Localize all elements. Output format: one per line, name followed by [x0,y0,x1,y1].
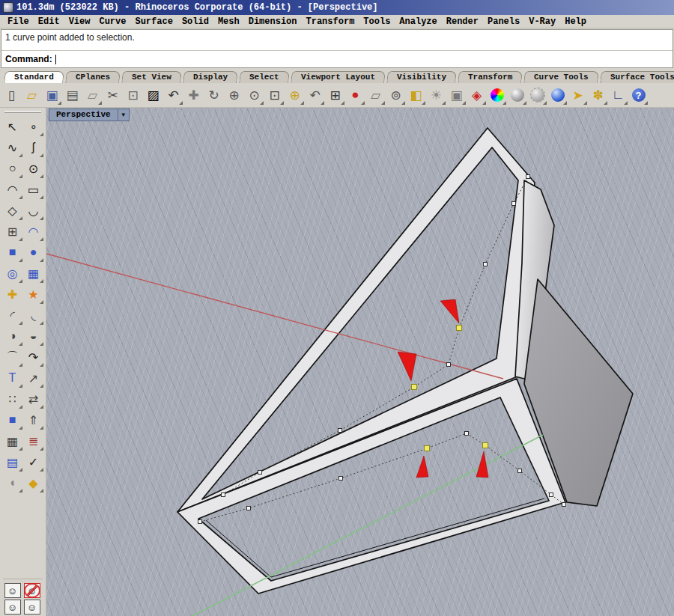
cplane-icon[interactable]: ▱ [365,85,386,106]
text-tool[interactable]: T [2,368,23,388]
menu-help[interactable]: Help [560,16,591,27]
menu-vray[interactable]: V-Ray [524,16,560,27]
chamfer-tool[interactable]: ◟ [23,305,44,326]
undo-view-icon[interactable]: ↶ [305,85,325,106]
circle-tool[interactable]: ○ [2,158,23,179]
menu-transform[interactable]: Transform [302,16,359,27]
rectangle-tool[interactable]: ▭ [23,179,44,200]
tab-curve-tools[interactable]: Curve Tools [523,71,598,83]
check-tool[interactable]: ✓ [23,451,44,472]
zoom-dynamic-icon[interactable]: ⊙ [244,85,264,106]
cut-icon[interactable]: ✂ [103,85,123,106]
menu-panels[interactable]: Panels [483,16,524,27]
conic-curve-tool[interactable]: ◡ [23,200,44,221]
paste-icon[interactable]: ▨ [143,85,163,106]
curved-surface-tool[interactable]: ◠ [23,221,44,242]
menu-curve[interactable]: Curve [94,16,130,27]
open-file-icon[interactable]: ▱ [22,85,42,106]
curve-blend-tool[interactable]: ↷ [23,347,44,368]
menu-mesh[interactable]: Mesh [213,16,244,27]
lamp-icon[interactable]: ☀ [426,85,446,106]
join-tool[interactable]: ✚ [2,284,23,305]
tab-visibility[interactable]: Visibility [386,71,457,83]
menu-view[interactable]: View [64,16,95,27]
tab-transform[interactable]: Transform [458,71,523,83]
ellipse-tool[interactable]: ⊙ [23,158,44,179]
people-panel-icon[interactable]: ☺ [4,583,21,598]
command-input-row[interactable]: Command: [1,51,673,67]
pan-icon[interactable]: ✚ [183,85,204,106]
osnap-icon[interactable]: ⊚ [386,85,406,106]
point-tool[interactable]: ∘ [23,116,44,137]
zoom-extents-icon[interactable]: ⊡ [264,85,285,106]
selected-control-point[interactable] [457,326,462,331]
options-gears-icon[interactable]: ✽ [588,85,608,106]
tab-viewport-layout[interactable]: Viewport Layout [291,71,386,83]
people-hide-icon[interactable]: ☺ [24,583,40,598]
fillet-tool[interactable]: ◜ [2,305,23,326]
mesh-box-tool[interactable]: ▦ [23,263,44,284]
color-wheel-icon[interactable] [487,85,507,106]
history-path-icon[interactable]: ∟ [608,85,628,106]
control-point[interactable] [518,469,522,473]
menu-render[interactable]: Render [442,16,483,27]
control-point[interactable] [447,363,451,367]
viewport-canvas[interactable] [46,108,674,616]
torus-tool[interactable]: ◎ [2,263,23,284]
sphere-tool[interactable]: ● [23,242,44,263]
menu-surface[interactable]: Surface [130,16,177,27]
control-point[interactable] [198,520,202,524]
viewport-title[interactable]: Perspective [49,109,118,121]
tab-surface-tools[interactable]: Surface Tools [600,71,674,83]
menu-tools[interactable]: Tools [359,16,395,27]
polygon-tool[interactable]: ◇ [2,200,23,221]
zoom-selected-icon[interactable]: ⊕ [285,85,305,106]
tab-display[interactable]: Display [183,71,238,83]
control-point-curve-tool[interactable]: ∿ [2,137,23,158]
extrude-tool[interactable]: ⇑ [23,409,44,430]
copy-icon[interactable]: ⊡ [123,85,143,106]
print-icon[interactable]: ▤ [62,85,82,106]
selected-control-point[interactable] [483,443,488,448]
shaded-display-icon[interactable] [507,85,527,106]
control-point[interactable] [484,263,488,266]
zoom-in-icon[interactable]: ⊕ [224,85,244,106]
save-icon[interactable]: ▣ [42,85,62,106]
control-point[interactable] [512,202,516,206]
tab-select[interactable]: Select [239,71,289,83]
boolean-union-tool[interactable]: ◑ [2,326,23,347]
group-tool[interactable]: ∷ [2,388,23,409]
control-point[interactable] [222,493,225,497]
explode-tool[interactable]: ★ [23,284,44,305]
control-point[interactable] [465,432,469,436]
people-show-icon[interactable]: ☺ [4,600,21,615]
select-tool[interactable]: ↖ [2,116,23,137]
display-mode-car-icon[interactable]: ● [345,85,365,106]
new-file-icon[interactable]: ▯ [1,85,22,106]
tab-set-view[interactable]: Set View [121,71,181,83]
vray-material-icon[interactable]: ◈ [467,85,487,106]
array-grid-tool[interactable]: ▦ [2,430,23,451]
curve-fillet-tool[interactable]: ⌒ [2,347,23,368]
menu-analyze[interactable]: Analyze [395,16,441,27]
control-point[interactable] [338,429,342,433]
solid-box-tool[interactable]: ■ [2,409,23,430]
move-points-tool[interactable]: ↗ [23,368,44,388]
selection-filter-icon[interactable]: ◧ [406,85,426,106]
menu-file[interactable]: File [3,16,34,27]
arc-tool[interactable]: ◠ [2,179,23,200]
interpolate-curve-tool[interactable]: ʃ [23,137,44,158]
control-point[interactable] [258,471,262,475]
perspective-viewport[interactable]: Perspective ▼ [46,108,674,616]
people-edit-icon[interactable]: ☺ [24,600,40,615]
render-icon[interactable] [547,85,568,106]
viewport-dropdown-icon[interactable]: ▼ [118,109,130,121]
surface-from-points-tool[interactable]: ⊞ [2,221,23,242]
undo-icon[interactable]: ↶ [163,85,183,106]
menu-edit[interactable]: Edit [34,16,64,27]
ghosted-display-icon[interactable] [527,85,547,106]
control-point[interactable] [339,477,343,481]
viewport-layout-icon[interactable]: ⊞ [325,85,345,106]
vray-cursor-icon[interactable]: ➤ [568,85,588,106]
selected-control-point[interactable] [425,446,430,451]
